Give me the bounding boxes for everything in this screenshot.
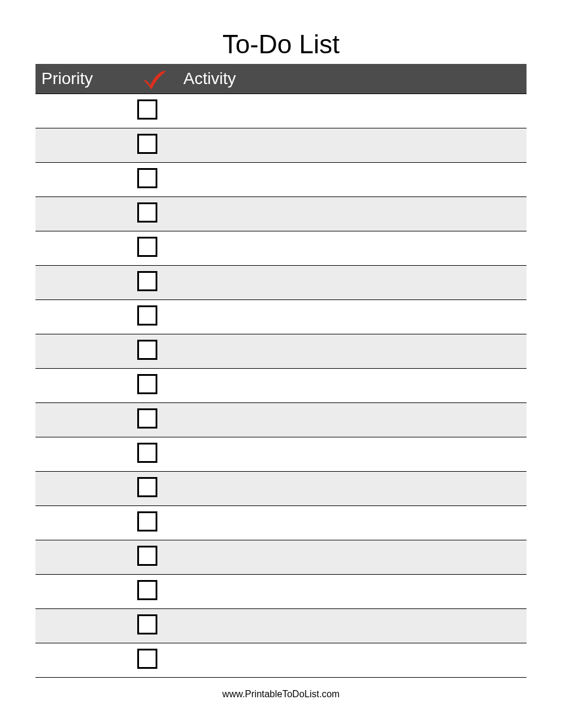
priority-cell[interactable] — [35, 265, 134, 299]
checkbox[interactable] — [137, 443, 157, 463]
checkbox[interactable] — [137, 614, 157, 634]
priority-cell[interactable] — [35, 540, 134, 574]
table-row — [35, 402, 527, 437]
check-cell — [134, 265, 175, 299]
priority-cell[interactable] — [35, 643, 134, 677]
table-row — [35, 334, 527, 368]
column-header-activity: Activity — [175, 64, 527, 94]
footer-text: www.PrintableToDoList.com — [0, 689, 562, 700]
check-cell — [134, 334, 175, 368]
checkbox[interactable] — [137, 134, 157, 154]
activity-cell[interactable] — [175, 197, 527, 231]
activity-cell[interactable] — [175, 162, 527, 197]
table-row — [35, 162, 527, 197]
activity-cell[interactable] — [175, 334, 527, 368]
checkbox[interactable] — [137, 237, 157, 257]
checkbox[interactable] — [137, 580, 157, 600]
priority-cell[interactable] — [35, 231, 134, 265]
table-row — [35, 608, 527, 643]
table-row — [35, 540, 527, 574]
activity-cell[interactable] — [175, 402, 527, 437]
check-cell — [134, 299, 175, 334]
table-row — [35, 128, 527, 162]
checkbox[interactable] — [137, 374, 157, 394]
page-title: To-Do List — [35, 30, 527, 59]
activity-cell[interactable] — [175, 437, 527, 471]
activity-cell[interactable] — [175, 574, 527, 608]
todo-table: Priority Activity — [35, 64, 527, 678]
table-row — [35, 437, 527, 471]
activity-cell[interactable] — [175, 299, 527, 334]
activity-cell[interactable] — [175, 368, 527, 402]
table-row — [35, 505, 527, 540]
checkbox[interactable] — [137, 511, 157, 531]
table-row — [35, 94, 527, 128]
checkbox[interactable] — [137, 271, 157, 291]
checkbox[interactable] — [137, 99, 157, 120]
activity-cell[interactable] — [175, 128, 527, 162]
activity-cell[interactable] — [175, 608, 527, 643]
priority-cell[interactable] — [35, 197, 134, 231]
priority-cell[interactable] — [35, 471, 134, 505]
check-cell — [134, 94, 175, 128]
checkbox[interactable] — [137, 305, 157, 326]
priority-cell[interactable] — [35, 402, 134, 437]
check-cell — [134, 574, 175, 608]
priority-cell[interactable] — [35, 574, 134, 608]
check-cell — [134, 437, 175, 471]
table-row — [35, 643, 527, 677]
priority-cell[interactable] — [35, 505, 134, 540]
activity-cell[interactable] — [175, 505, 527, 540]
check-cell — [134, 231, 175, 265]
activity-cell[interactable] — [175, 471, 527, 505]
check-cell — [134, 197, 175, 231]
table-row — [35, 368, 527, 402]
checkbox[interactable] — [137, 546, 157, 566]
check-cell — [134, 608, 175, 643]
priority-cell[interactable] — [35, 608, 134, 643]
priority-cell[interactable] — [35, 334, 134, 368]
checkbox[interactable] — [137, 340, 157, 360]
activity-cell[interactable] — [175, 94, 527, 128]
column-header-check — [134, 64, 175, 94]
priority-cell[interactable] — [35, 94, 134, 128]
priority-cell[interactable] — [35, 368, 134, 402]
priority-cell[interactable] — [35, 128, 134, 162]
table-row — [35, 574, 527, 608]
checkbox[interactable] — [137, 168, 157, 188]
table-row — [35, 299, 527, 334]
check-cell — [134, 368, 175, 402]
checkbox[interactable] — [137, 477, 157, 497]
checkbox[interactable] — [137, 649, 157, 669]
checkbox[interactable] — [137, 408, 157, 429]
checkbox[interactable] — [137, 202, 157, 223]
priority-cell[interactable] — [35, 437, 134, 471]
activity-cell[interactable] — [175, 643, 527, 677]
table-row — [35, 197, 527, 231]
activity-cell[interactable] — [175, 265, 527, 299]
priority-cell[interactable] — [35, 299, 134, 334]
table-row — [35, 265, 527, 299]
priority-cell[interactable] — [35, 162, 134, 197]
check-cell — [134, 643, 175, 677]
check-cell — [134, 402, 175, 437]
check-cell — [134, 128, 175, 162]
check-cell — [134, 505, 175, 540]
check-cell — [134, 540, 175, 574]
activity-cell[interactable] — [175, 540, 527, 574]
column-header-priority: Priority — [35, 64, 134, 94]
activity-cell[interactable] — [175, 231, 527, 265]
check-cell — [134, 162, 175, 197]
check-cell — [134, 471, 175, 505]
checkmark-icon — [141, 69, 167, 91]
table-row — [35, 231, 527, 265]
table-row — [35, 471, 527, 505]
